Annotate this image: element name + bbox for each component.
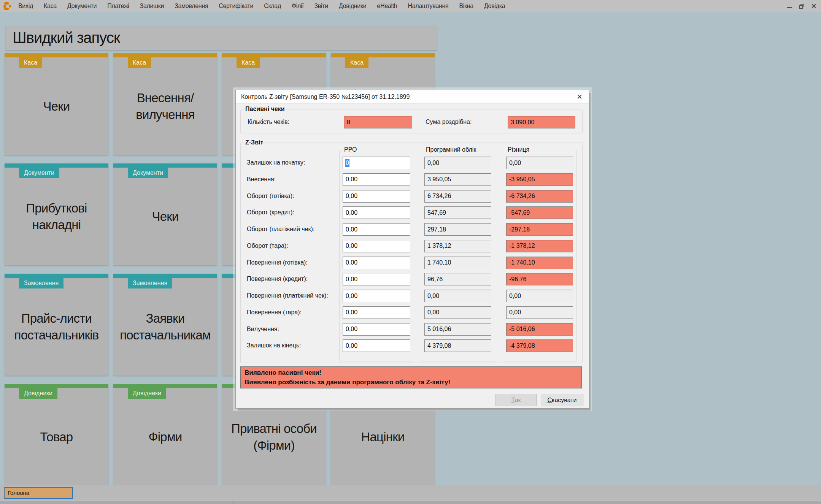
count-label: Кількість чеків: xyxy=(248,119,289,125)
program-field: 297,18 xyxy=(424,223,491,236)
zreport-row-label: Оборот (тара): xyxy=(247,239,339,252)
rpo-column-group: РРО 0 0,00 0,00 0,00 xyxy=(339,150,414,361)
program-field: 0,00 xyxy=(424,290,491,302)
menu-item[interactable]: Склад xyxy=(259,0,286,12)
menu-item[interactable]: Звіти xyxy=(309,0,334,12)
tile-category-bar xyxy=(222,53,326,57)
tile-category-bar xyxy=(5,53,108,57)
statusbar-divider xyxy=(473,501,473,504)
difference-field: -1 740,10 xyxy=(506,257,573,269)
difference-value: 0,00 xyxy=(509,159,521,167)
close-button[interactable]: ✕ xyxy=(809,1,819,11)
program-value: 4 379,08 xyxy=(427,342,451,350)
menu-item[interactable]: Налаштування xyxy=(402,0,454,12)
tile-label: Товар xyxy=(8,388,105,486)
menu-item[interactable]: Документи xyxy=(62,0,102,12)
menu-item[interactable]: Довідники xyxy=(333,0,372,12)
page-title: Швидкий запуск xyxy=(6,25,437,50)
menu-item[interactable]: eHealth xyxy=(372,0,402,12)
menu-item[interactable]: Філії xyxy=(286,0,309,12)
dialog-titlebar: Контроль Z-звіту [Samsung ER-350 №123456… xyxy=(236,90,589,104)
statusbar-divider xyxy=(174,501,174,504)
program-field: 1 378,12 xyxy=(424,240,491,252)
rpo-input[interactable]: 0,00 xyxy=(343,339,410,352)
difference-field: -6 734,26 xyxy=(506,190,573,203)
tile-label: Чеки xyxy=(116,168,214,265)
ok-button[interactable]: Так xyxy=(495,394,537,406)
program-value: 1 740,10 xyxy=(427,259,451,266)
tile-category-bar xyxy=(113,384,217,388)
rpo-value: 0,00 xyxy=(345,176,358,183)
quick-launch-tile[interactable]: Каса Внесення/вилучення xyxy=(113,53,217,155)
minimize-button[interactable] xyxy=(784,1,794,11)
warning-line: Виявлено розбіжність за даними програмно… xyxy=(245,377,578,387)
quick-launch-tile[interactable]: Замовлення Прайс-листи постачальників xyxy=(5,274,108,376)
program-field: 0,00 xyxy=(424,157,491,169)
program-field: 6 734,26 xyxy=(424,190,491,203)
warning-line: Виявлено пасивні чеки! xyxy=(245,368,578,377)
menu-item[interactable]: Каса xyxy=(38,0,62,12)
zreport-row-label: Внесення: xyxy=(247,173,339,185)
tile-label: Внесення/вилучення xyxy=(116,57,214,155)
quick-launch-tile[interactable]: Документи Чеки xyxy=(113,163,217,265)
rpo-input[interactable]: 0,00 xyxy=(343,257,410,269)
menu-item[interactable]: Вихід xyxy=(13,0,38,12)
difference-field: -4 379,08 xyxy=(506,339,573,352)
difference-value: 0,00 xyxy=(509,292,521,300)
rpo-input[interactable]: 0,00 xyxy=(343,273,410,285)
zreport-group: Z-Звіт Залишок на початку: Внесення: Обо… xyxy=(240,143,583,363)
rpo-input[interactable]: 0,00 xyxy=(343,223,410,236)
tile-label: Прайс-листи постачальників xyxy=(8,278,105,376)
quick-launch-tile[interactable]: Довідники Фірми xyxy=(113,384,217,486)
program-field: 3 950,05 xyxy=(424,173,491,186)
difference-field: 0,00 xyxy=(506,290,573,302)
status-bar xyxy=(0,500,821,504)
menu-item[interactable]: Вікна xyxy=(454,0,478,12)
statusbar-divider xyxy=(233,501,233,504)
menu-item[interactable]: Довідка xyxy=(479,0,510,12)
rpo-value: 0,00 xyxy=(345,276,358,283)
restore-button[interactable] xyxy=(797,1,807,11)
passive-count-field: 8 xyxy=(344,116,412,128)
menu-item[interactable]: Залишки xyxy=(135,0,170,12)
zreport-row-label: Оборот (платіжний чек): xyxy=(247,223,339,235)
rpo-input[interactable]: 0,00 xyxy=(343,206,410,219)
menu-item[interactable]: Сертифікати xyxy=(213,0,259,12)
taskbar-tab-home[interactable]: Головна xyxy=(4,487,73,499)
zreport-row-label: Повернення (тара): xyxy=(247,306,339,319)
rpo-input[interactable]: 0,00 xyxy=(343,290,410,302)
rpo-input[interactable]: 0,00 xyxy=(343,240,410,252)
menu-item[interactable]: Платежі xyxy=(102,0,134,12)
rpo-value: 0 xyxy=(345,159,349,167)
rpo-input[interactable]: 0,00 xyxy=(343,173,410,186)
rpo-input[interactable]: 0,00 xyxy=(343,306,410,319)
difference-column-group: Різниця 0,00 -3 950,05 -6 734,26 xyxy=(503,150,577,361)
tile-label: Фірми xyxy=(116,388,214,486)
difference-field: -547,69 xyxy=(506,206,573,219)
difference-field: -3 950,05 xyxy=(506,173,573,186)
rpo-input[interactable]: 0,00 xyxy=(343,190,410,203)
menu-item[interactable]: Замовлення xyxy=(169,0,213,12)
zreport-row-label: Повернення (платіжний чек): xyxy=(247,289,339,302)
difference-field: -1 378,12 xyxy=(506,240,573,252)
difference-value: -5 016,06 xyxy=(509,325,535,333)
minimize-icon xyxy=(787,7,792,8)
program-value: 547,69 xyxy=(427,209,446,217)
quick-launch-tile[interactable]: Замовлення Заявки постачальникам xyxy=(113,274,217,376)
dialog-close-icon[interactable]: ✕ xyxy=(574,90,585,104)
quick-launch-tile[interactable]: Каса Чеки xyxy=(5,53,108,155)
passive-checks-group: Пасивні чеки Кількість чеків: 8 Сума роз… xyxy=(240,109,583,133)
tile-category-bar xyxy=(5,163,108,168)
quick-launch-tile[interactable]: Документи Прибуткові накладні xyxy=(5,163,108,265)
menu-bar: Вихід Каса Документи Платежі Залишки Зам… xyxy=(0,0,821,12)
difference-field: 0,00 xyxy=(506,157,573,169)
rpo-value: 0,00 xyxy=(345,209,358,217)
rpo-input[interactable]: 0 xyxy=(343,157,410,169)
quick-launch-tile[interactable]: Довідники Товар xyxy=(5,384,108,486)
rpo-input[interactable]: 0,00 xyxy=(343,323,410,336)
rpo-value: 0,00 xyxy=(345,242,358,250)
zreport-row-label: Повернення (кредит): xyxy=(247,273,339,285)
cancel-button[interactable]: Скасувати xyxy=(541,394,583,406)
column-legend: РРО xyxy=(343,146,358,153)
tile-category-bar xyxy=(331,53,435,57)
